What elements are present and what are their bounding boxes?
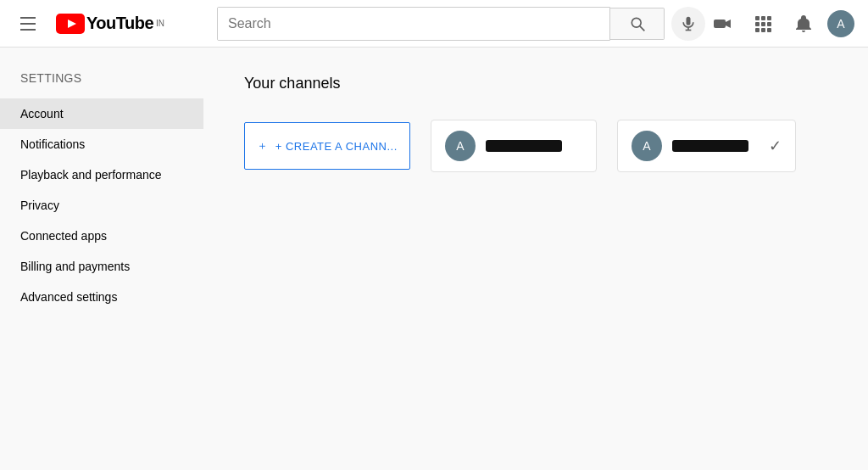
- bell-icon: [793, 14, 814, 34]
- header-left: YouTubeIN: [14, 10, 217, 37]
- apps-icon: [753, 14, 773, 34]
- create-channel-button[interactable]: ＋ + CREATE A CHANN...: [244, 122, 410, 170]
- hamburger-button[interactable]: [14, 10, 42, 37]
- svg-rect-13: [761, 22, 765, 26]
- svg-rect-4: [687, 16, 691, 25]
- sidebar-item-billing[interactable]: Billing and payments: [0, 251, 203, 282]
- svg-rect-14: [767, 22, 771, 26]
- sidebar-item-notifications[interactable]: Notifications: [0, 129, 203, 159]
- account-avatar-button[interactable]: A: [827, 10, 854, 37]
- header-right: A: [705, 7, 854, 41]
- sidebar-item-playback-label: Playback and performance: [20, 168, 162, 182]
- channel-avatar-2: A: [632, 131, 662, 161]
- youtube-logo[interactable]: YouTubeIN: [56, 14, 164, 34]
- sidebar-item-privacy[interactable]: Privacy: [0, 190, 203, 221]
- microphone-button[interactable]: [671, 7, 705, 41]
- search-icon: [629, 15, 646, 32]
- youtube-logo-icon: [56, 14, 85, 34]
- channel-avatar-1: A: [445, 131, 476, 161]
- create-channel-plus-icon: ＋: [257, 138, 269, 154]
- svg-rect-16: [761, 28, 765, 32]
- svg-rect-17: [767, 28, 771, 32]
- sidebar-item-advanced-label: Advanced settings: [20, 290, 117, 304]
- search-input[interactable]: [218, 8, 609, 40]
- settings-section-label: SETTINGS: [0, 64, 203, 98]
- sidebar-item-billing-label: Billing and payments: [20, 260, 130, 273]
- microphone-icon: [680, 15, 697, 32]
- channel-name-bar-2: [672, 140, 748, 152]
- sidebar-item-account[interactable]: Account: [0, 98, 203, 129]
- channel-selected-checkmark: ✓: [769, 137, 782, 155]
- sidebar-item-connected-apps-label: Connected apps: [20, 229, 107, 243]
- svg-point-2: [632, 18, 641, 27]
- hamburger-icon: [20, 17, 36, 31]
- svg-rect-7: [714, 20, 726, 28]
- svg-rect-12: [755, 22, 760, 26]
- sidebar: SETTINGS Account Notifications Playback …: [0, 48, 203, 470]
- sidebar-item-account-label: Account: [20, 107, 64, 120]
- sidebar-item-connected-apps[interactable]: Connected apps: [0, 221, 203, 251]
- apps-button[interactable]: [746, 7, 780, 41]
- channel-card-2[interactable]: A ✓: [617, 120, 796, 172]
- create-channel-label: + CREATE A CHANN...: [275, 140, 398, 153]
- create-video-icon: [712, 14, 732, 34]
- main-container: SETTINGS Account Notifications Playback …: [0, 48, 868, 470]
- logo-text: YouTube: [86, 14, 153, 33]
- sidebar-item-notifications-label: Notifications: [20, 137, 85, 151]
- create-video-button[interactable]: [705, 7, 739, 41]
- svg-line-3: [639, 25, 643, 30]
- logo-country: IN: [156, 19, 164, 28]
- svg-rect-10: [761, 16, 765, 20]
- search-bar: [217, 7, 705, 41]
- svg-marker-8: [726, 20, 731, 28]
- sidebar-item-advanced[interactable]: Advanced settings: [0, 282, 203, 312]
- search-input-wrapper: [217, 7, 610, 41]
- page-title: Your channels: [244, 75, 827, 92]
- svg-rect-11: [767, 16, 771, 20]
- sidebar-item-privacy-label: Privacy: [20, 199, 59, 212]
- channels-grid: ＋ + CREATE A CHANN... A A ✓: [244, 120, 827, 172]
- sidebar-item-playback[interactable]: Playback and performance: [0, 159, 203, 190]
- svg-rect-9: [755, 16, 760, 20]
- notifications-button[interactable]: [787, 7, 821, 41]
- svg-rect-15: [755, 28, 760, 32]
- content-area: Your channels ＋ + CREATE A CHANN... A A …: [203, 48, 868, 470]
- channel-card-1[interactable]: A: [431, 120, 597, 172]
- search-button[interactable]: [610, 8, 665, 40]
- header: YouTubeIN: [0, 0, 868, 48]
- channel-name-bar-1: [486, 140, 562, 152]
